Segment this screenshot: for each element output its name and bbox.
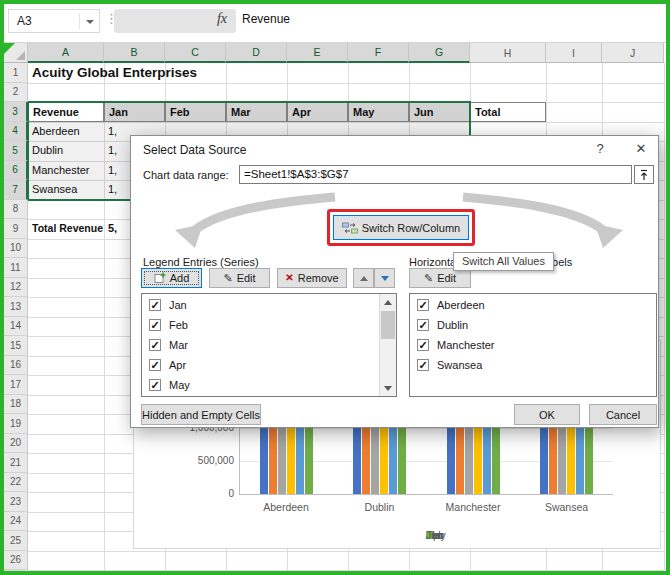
row-header-13[interactable]: 13 (4, 297, 28, 317)
checkbox-checked[interactable]: ✓ (149, 379, 161, 391)
row-header-10[interactable]: 10 (4, 239, 28, 259)
column-header-A[interactable]: A (28, 43, 104, 63)
series-item-jan[interactable]: ✓Jan (143, 296, 373, 316)
row-header-12[interactable]: 12 (4, 278, 28, 298)
row-header-20[interactable]: 20 (4, 434, 28, 454)
cell-A7[interactable]: Swansea (28, 180, 104, 200)
column-header-D[interactable]: D (226, 43, 287, 63)
scroll-down-button[interactable] (380, 380, 396, 396)
series-item-feb[interactable]: ✓Feb (143, 316, 373, 336)
name-box[interactable]: A3 (8, 9, 100, 33)
column-header-E[interactable]: E (287, 43, 348, 63)
cell-A6[interactable]: Manchester (28, 161, 104, 181)
insert-function-button[interactable]: fx (217, 11, 227, 27)
add-icon (154, 272, 166, 284)
column-header-C[interactable]: C (165, 43, 226, 63)
formula-input[interactable]: Revenue (242, 12, 290, 26)
row-header-25[interactable]: 25 (4, 531, 28, 551)
checkbox-checked[interactable]: ✓ (417, 339, 429, 351)
cell-A3[interactable]: Revenue (28, 102, 104, 122)
triangle-down-icon (384, 386, 392, 391)
ok-button[interactable]: OK (514, 404, 580, 425)
cell-F3[interactable]: May (348, 102, 409, 122)
row-header-9[interactable]: 9 (4, 219, 28, 239)
range-picker-button[interactable] (634, 165, 654, 184)
scrollbar-thumb[interactable] (381, 311, 395, 339)
remove-button[interactable]: ✕ Remove (277, 268, 347, 288)
select-all-button[interactable] (4, 43, 28, 63)
edit-axis-labels-button[interactable]: ✎ Edit (409, 268, 471, 288)
cell-A4[interactable]: Aberdeen (28, 122, 104, 142)
row-header-4[interactable]: 4 (4, 122, 28, 142)
column-header-F[interactable]: F (348, 43, 409, 63)
formula-bar: A3 ⋮ fx Revenue (4, 4, 666, 43)
row-header-17[interactable]: 17 (4, 375, 28, 395)
column-header-H[interactable]: H (470, 43, 546, 63)
checkbox-checked[interactable]: ✓ (417, 299, 429, 311)
row-header-5[interactable]: 5 (4, 141, 28, 161)
help-button[interactable]: ? (592, 141, 608, 156)
row-header-26[interactable]: 26 (4, 551, 28, 571)
row-header-21[interactable]: 21 (4, 453, 28, 473)
move-up-button[interactable] (353, 268, 374, 288)
checkbox-checked[interactable]: ✓ (149, 339, 161, 351)
series-item-mar[interactable]: ✓Mar (143, 336, 373, 356)
row-header-8[interactable]: 8 (4, 200, 28, 220)
cancel-button[interactable]: Cancel (589, 404, 657, 425)
name-box-divider (79, 13, 80, 29)
triangle-up-icon (384, 300, 392, 305)
checkbox-checked[interactable]: ✓ (149, 359, 161, 371)
cell-A1[interactable]: Acuity Global Enterprises (28, 63, 104, 83)
row-header-3[interactable]: 3 (4, 102, 28, 122)
column-header-I[interactable]: I (546, 43, 602, 63)
cell-G3[interactable]: Jun (409, 102, 470, 122)
series-item-apr[interactable]: ✓Apr (143, 356, 373, 376)
row-header-15[interactable]: 15 (4, 336, 28, 356)
category-item-manchester[interactable]: ✓Manchester (411, 336, 649, 356)
row-header-22[interactable]: 22 (4, 473, 28, 493)
add-button[interactable]: Add (141, 268, 202, 288)
row-header-6[interactable]: 6 (4, 161, 28, 181)
checkbox-checked[interactable]: ✓ (149, 299, 161, 311)
cell-B3[interactable]: Jan (104, 102, 165, 122)
row-header-19[interactable]: 19 (4, 414, 28, 434)
cell-D3[interactable]: Mar (226, 102, 287, 122)
series-item-may[interactable]: ✓May (143, 376, 373, 396)
chevron-down-icon[interactable] (86, 20, 94, 24)
category-item-label: Manchester (437, 339, 494, 351)
chart-data-range-input[interactable]: =Sheet1!$A$3:$G$7 (239, 165, 632, 184)
row-header-2[interactable]: 2 (4, 83, 28, 103)
checkbox-checked[interactable]: ✓ (149, 319, 161, 331)
row-header-23[interactable]: 23 (4, 492, 28, 512)
cell-C3[interactable]: Feb (165, 102, 226, 122)
category-item-dublin[interactable]: ✓Dublin (411, 316, 649, 336)
edit-series-button[interactable]: ✎ Edit (209, 268, 270, 288)
excel-window: A3 ⋮ fx Revenue 1,000,000500,0000Aberdee… (0, 0, 670, 575)
cell-H3[interactable]: Total (470, 102, 546, 122)
close-button[interactable]: ✕ (632, 141, 650, 156)
row-header-18[interactable]: 18 (4, 395, 28, 415)
column-header-G[interactable]: G (409, 43, 470, 63)
category-item-swansea[interactable]: ✓Swansea (411, 356, 649, 376)
scroll-up-button[interactable] (380, 294, 396, 310)
switch-row-column-button[interactable]: Switch Row/Column (333, 215, 469, 240)
column-header-J[interactable]: J (602, 43, 664, 63)
move-down-button[interactable] (374, 268, 395, 288)
row-header-16[interactable]: 16 (4, 356, 28, 376)
row-header-24[interactable]: 24 (4, 512, 28, 532)
checkbox-checked[interactable]: ✓ (417, 319, 429, 331)
scrollbar[interactable] (379, 294, 396, 396)
series-item-label: Jan (169, 299, 187, 311)
row-header-14[interactable]: 14 (4, 317, 28, 337)
category-item-aberdeen[interactable]: ✓Aberdeen (411, 296, 649, 316)
axis-labels-list: ✓Aberdeen✓Dublin✓Manchester✓Swansea (409, 293, 657, 397)
column-header-B[interactable]: B (104, 43, 165, 63)
row-header-1[interactable]: 1 (4, 63, 28, 83)
cell-A9[interactable]: Total Revenue (28, 219, 104, 239)
row-header-11[interactable]: 11 (4, 258, 28, 278)
checkbox-checked[interactable]: ✓ (417, 359, 429, 371)
cell-E3[interactable]: Apr (287, 102, 348, 122)
row-header-7[interactable]: 7 (4, 180, 28, 200)
cell-A5[interactable]: Dublin (28, 141, 104, 161)
hidden-and-empty-cells-button[interactable]: Hidden and Empty Cells (141, 404, 261, 425)
